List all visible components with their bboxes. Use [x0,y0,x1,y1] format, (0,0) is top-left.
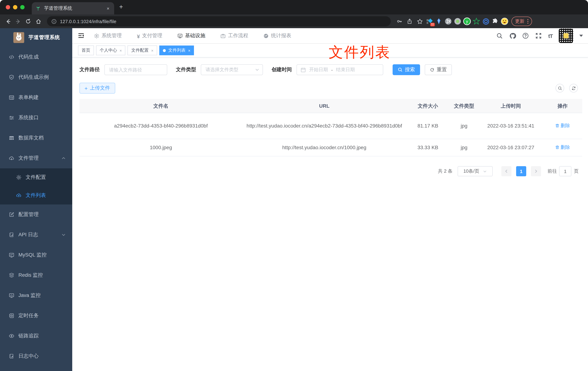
site-info-icon[interactable] [51,19,57,24]
file-type-select[interactable]: 请选择文件类型 [201,64,263,75]
browser-update-button[interactable]: 更新 [511,17,532,26]
end-date-placeholder[interactable]: 结束日期 [336,66,355,73]
sidebar-item-system-api[interactable]: 系统接口 [0,108,72,128]
col-file-size: 文件大小 [406,102,450,110]
file-path-input[interactable] [105,67,167,73]
window-zoom-button[interactable] [20,5,25,9]
tag-close-icon[interactable]: × [188,48,190,53]
sidebar-item-file-management[interactable]: 文件管理 [0,148,72,168]
new-tab-button[interactable]: + [119,3,123,11]
delete-button[interactable]: 删除 [555,144,570,151]
tag-file-list[interactable]: 文件列表 × [159,45,194,55]
sidebar-item-config-management[interactable]: 配置管理 [0,204,72,225]
browser-menu-icon[interactable] [527,19,528,24]
yen-icon: ¥ [137,33,140,39]
chevron-down-icon [255,68,259,72]
extension-blue-swirl-icon[interactable] [482,17,490,25]
delete-button[interactable]: 删除 [555,122,570,129]
browser-tab-strip: 芋道管理系统 × + [0,0,588,14]
next-page-button[interactable] [531,166,541,176]
tag-file-config[interactable]: 文件配置 × [128,45,157,55]
eye-icon [9,333,14,339]
sidebar-logo-row[interactable]: 芋道管理系统 [0,28,72,47]
search-button[interactable]: 搜索 [393,64,420,75]
calendar-icon [301,67,306,73]
search-icon [398,67,403,72]
sidebar-item-file-config[interactable]: 文件配置 [0,168,72,186]
sidebar-item-code-demo[interactable]: 代码生成示例 [0,67,72,87]
topnav-item-workflow[interactable]: 工作流程 [220,32,248,39]
tag-profile[interactable]: 个人中心 × [96,45,126,55]
sidebar-item-form-builder[interactable]: 表单构建 [0,87,72,108]
window-close-button[interactable] [6,5,10,9]
password-key-icon[interactable] [395,17,404,26]
start-date-placeholder[interactable]: 开始日期 [309,66,328,73]
share-icon[interactable] [405,17,414,26]
topnav-item-report[interactable]: 统计报表 [263,32,291,39]
home-icon[interactable] [34,17,43,26]
extension-tampermonkey-icon[interactable]: 11 [425,17,433,25]
fullscreen-icon[interactable] [535,32,542,39]
page-size-select[interactable]: 10条/页 [458,166,493,176]
prev-page-button[interactable] [501,166,511,176]
font-size-icon[interactable]: tT [548,33,553,39]
total-count: 共 2 条 [438,168,452,174]
forward-icon[interactable] [14,17,22,26]
trash-icon [555,124,559,128]
code-icon [9,54,14,60]
tab-close-icon[interactable]: × [106,6,111,11]
avatar-caret-icon[interactable] [579,35,583,37]
cell-file-type: jpg [450,122,479,130]
extension-gem-icon[interactable] [435,17,443,25]
extension-grey-dot-icon[interactable] [454,17,462,25]
monitor-check-icon [178,33,183,39]
page-number-current[interactable]: 1 [516,166,526,176]
tag-home[interactable]: 首页 [78,45,94,55]
browser-tab[interactable]: 芋道管理系统 × [32,2,114,14]
sidebar-item-code-gen[interactable]: 代码生成 [0,47,72,67]
sidebar-item-cron-job[interactable]: 定时任务 [0,306,72,326]
avatar[interactable] [559,29,573,43]
back-icon[interactable] [4,17,12,26]
extension-emoji-icon[interactable] [501,17,509,25]
reload-icon[interactable] [24,17,32,26]
goto-page-input[interactable] [559,166,571,176]
sidebar-item-mysql-monitor[interactable]: MySQL 监控 [0,245,72,265]
tag-close-icon[interactable]: × [120,48,122,53]
sidebar-item-log-center[interactable]: 日志中心 [0,346,72,366]
extension-badge: 11 [430,23,435,26]
github-icon[interactable] [509,32,516,39]
col-url: URL [242,102,406,110]
window-minimize-button[interactable] [13,5,17,9]
shield-check-icon [9,74,14,80]
help-icon[interactable] [522,32,529,39]
file-management-submenu: 文件配置 文件列表 [0,168,72,204]
tag-close-icon[interactable]: × [151,48,154,53]
extension-y-icon[interactable]: y [463,17,471,25]
toggle-search-button[interactable] [556,84,564,93]
extension-green-star-icon[interactable] [472,17,480,25]
sidebar-fold-icon[interactable] [77,32,85,40]
search-icon[interactable] [496,32,503,39]
sidebar-item-db-doc[interactable]: 数据库文档 [0,128,72,148]
topnav-item-infra[interactable]: 基础设施 [178,32,205,39]
extension-puzzle-icon[interactable] [491,17,499,25]
extension-command-icon[interactable] [444,17,452,25]
svg-text:y: y [466,19,468,24]
cloud-upload-icon [16,192,22,198]
sidebar-item-trace[interactable]: 链路追踪 [0,326,72,346]
address-bar[interactable]: 127.0.0.1:1024/infra/file/file [47,16,391,26]
topnav-item-system[interactable]: 系统管理 [94,32,122,39]
date-range-picker[interactable]: 开始日期 - 结束日期 [296,64,383,75]
sidebar-item-file-list[interactable]: 文件列表 [0,186,72,204]
reset-button[interactable]: 重置 [425,64,452,75]
range-separator: - [331,67,333,73]
upload-file-button[interactable]: + 上传文件 [79,83,115,94]
sidebar-item-redis-monitor[interactable]: Redis 监控 [0,265,72,285]
refresh-table-button[interactable] [569,84,578,93]
sidebar-item-java-monitor[interactable]: Java 监控 [0,285,72,306]
topnav-item-payment[interactable]: ¥ 支付管理 [137,32,162,39]
chart-monitor-icon [9,252,14,258]
bookmark-star-icon[interactable] [415,17,424,26]
sidebar-item-api-log[interactable]: API 日志 [0,225,72,245]
